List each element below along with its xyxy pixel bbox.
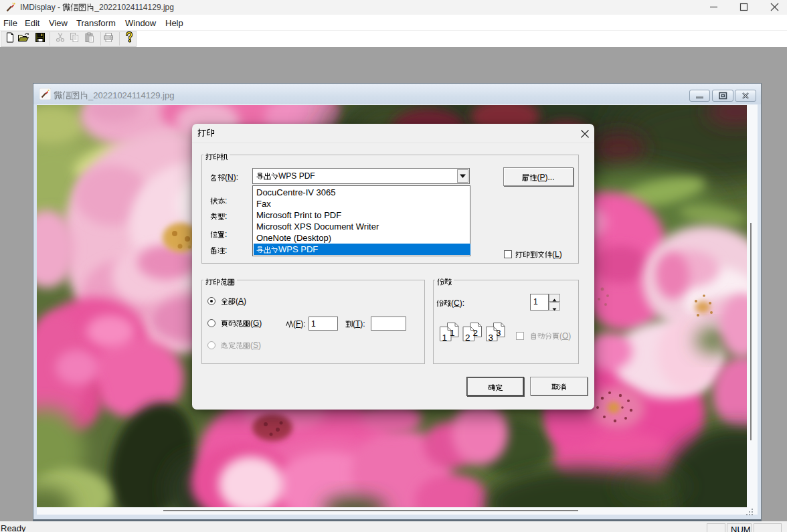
svg-text:2: 2 xyxy=(465,333,470,343)
svg-text:2: 2 xyxy=(473,328,478,338)
svg-text:1: 1 xyxy=(442,333,448,343)
svg-text:1: 1 xyxy=(450,328,455,338)
svg-text:3: 3 xyxy=(489,333,494,343)
svg-text:3: 3 xyxy=(496,328,501,338)
